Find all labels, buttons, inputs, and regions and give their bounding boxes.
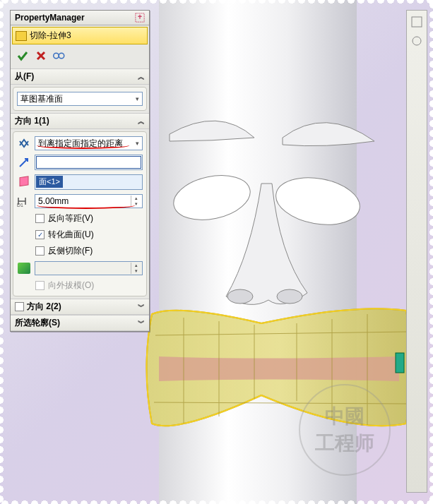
offset-distance-icon: D1: [17, 194, 31, 208]
translate-surface-checkbox[interactable]: [35, 230, 45, 239]
draft-spinner: ▴▾: [131, 263, 141, 274]
feature-name: 切除-拉伸3: [30, 30, 71, 42]
chevron-up-icon: ︽: [138, 72, 145, 82]
svg-text:D1: D1: [17, 203, 23, 207]
cancel-button[interactable]: [35, 49, 47, 62]
flip-side-checkbox[interactable]: [35, 246, 45, 256]
chevron-up-icon: ︽: [138, 116, 145, 126]
direction-vector-icon: [17, 155, 31, 169]
distance-spinner[interactable]: ▴▾: [131, 196, 141, 207]
draft-icon[interactable]: [17, 261, 31, 275]
toolbar-button-2[interactable]: [408, 32, 426, 50]
chevron-down-icon: ▾: [136, 140, 139, 147]
svg-rect-19: [412, 17, 422, 27]
svg-line-11: [155, 332, 406, 335]
reverse-offset-checkbox[interactable]: [35, 214, 45, 223]
right-toolbar: [406, 10, 427, 493]
end-condition-combo[interactable]: 到离指定面指定的距离 ▾: [35, 136, 143, 150]
direction-vector-field[interactable]: [35, 155, 143, 170]
chevron-down-icon: ︾: [138, 318, 145, 328]
section-dir1-header[interactable]: 方向 1(1) ︽: [11, 113, 149, 129]
pin-icon[interactable]: [135, 13, 145, 23]
draft-angle-input: ▴▾: [35, 261, 143, 275]
section-dir1-body: 到离指定面指定的距离 ▾ 面<1> D1 5.0: [13, 131, 147, 296]
action-row: [11, 46, 149, 66]
panel-title-bar: PropertyManager: [11, 11, 149, 25]
svg-point-4: [277, 289, 302, 304]
draft-outward-checkbox-row: 向外拔模(O): [17, 280, 143, 292]
section-dir2-header[interactable]: 方向 2(2) ︾: [11, 299, 149, 315]
flip-side-checkbox-row[interactable]: 反侧切除(F): [17, 245, 143, 257]
property-manager-panel: PropertyManager 切除-拉伸3 从(F) ︽ 草图基准面 ▾ 方向…: [10, 10, 150, 332]
svg-line-12: [154, 402, 406, 404]
offset-distance-input[interactable]: 5.00mm ▴▾: [35, 194, 143, 208]
detailed-preview-button[interactable]: [53, 49, 66, 62]
section-from-body: 草图基准面 ▾: [13, 87, 147, 111]
panel-title-text: PropertyManager: [15, 13, 85, 23]
toolbar-button-1[interactable]: [408, 13, 426, 31]
chevron-down-icon: ▾: [136, 95, 139, 102]
svg-point-1: [170, 169, 254, 227]
feature-header: 切除-拉伸3: [12, 27, 148, 44]
svg-point-3: [227, 289, 253, 304]
face-selection-field[interactable]: 面<1>: [35, 174, 143, 190]
reverse-direction-button[interactable]: [17, 136, 31, 150]
svg-rect-17: [20, 176, 28, 186]
svg-point-2: [272, 172, 363, 231]
svg-point-16: [59, 53, 64, 59]
face-select-icon: [17, 175, 31, 189]
translate-surface-checkbox-row[interactable]: 转化曲面(U): [17, 229, 143, 241]
svg-point-20: [413, 37, 421, 45]
watermark: 中國 工程师: [299, 384, 391, 476]
draft-outward-checkbox: [35, 281, 45, 290]
reverse-offset-checkbox-row[interactable]: 反向等距(V): [17, 212, 143, 224]
dir2-enable-checkbox[interactable]: [15, 302, 24, 311]
from-start-condition-combo[interactable]: 草图基准面 ▾: [17, 92, 143, 106]
section-from-header[interactable]: 从(F) ︽: [11, 68, 149, 85]
svg-rect-13: [396, 353, 404, 373]
cut-extrude-icon: [16, 31, 27, 41]
svg-rect-0: [159, 0, 357, 504]
svg-point-15: [54, 53, 59, 59]
ok-button[interactable]: [16, 49, 29, 62]
section-contours-header[interactable]: 所选轮廓(S) ︾: [11, 315, 149, 331]
chevron-down-icon: ︾: [138, 302, 145, 312]
